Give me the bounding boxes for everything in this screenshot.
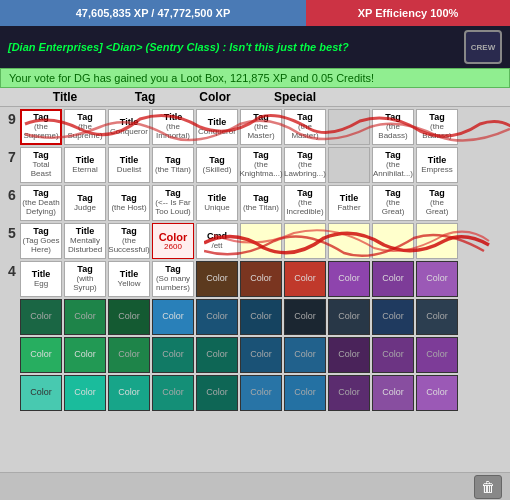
- cell-title-duelist[interactable]: Title Duelist: [108, 147, 150, 183]
- cc-1-9[interactable]: Color: [372, 299, 414, 335]
- cell-title-eternal[interactable]: Title Eternal: [64, 147, 106, 183]
- row-4: 4 Title Egg Tag (with Syrup) Title Yello…: [4, 261, 506, 297]
- cell-tag-supreme2[interactable]: Tag (the Supreme): [64, 109, 106, 145]
- cell-tag-great2[interactable]: Tag (the Great): [416, 185, 458, 221]
- cc-3-6[interactable]: Color: [240, 375, 282, 411]
- cell-color-brown1[interactable]: Color: [196, 261, 238, 297]
- row-number-6: 6: [4, 185, 20, 203]
- cc-3-4[interactable]: Color: [152, 375, 194, 411]
- cell-tag-deathdefying[interactable]: Tag (the Death Defying): [20, 185, 62, 221]
- cc-3-8[interactable]: Color: [328, 375, 370, 411]
- cell-tag-annihilator[interactable]: Tag (the Annihilat...): [372, 147, 414, 183]
- row-number-c3: [4, 375, 20, 377]
- trash-button[interactable]: 🗑: [474, 475, 502, 499]
- cell-color-purple2[interactable]: Color: [372, 261, 414, 297]
- cc-3-3[interactable]: Color: [108, 375, 150, 411]
- row-5: 5 Tag (Tag Goes Here) Title Mentally Dis…: [4, 223, 506, 259]
- cell-color-red[interactable]: Color: [284, 261, 326, 297]
- cell-tag-incredible[interactable]: Tag (the Incredible): [284, 185, 326, 221]
- row-6-cells: Tag (the Death Defying) Tag Judge Tag (t…: [20, 185, 506, 221]
- row-number-5: 5: [4, 223, 20, 241]
- row-number-9: 9: [4, 109, 20, 127]
- cell-title-empress[interactable]: Title Empress: [416, 147, 458, 183]
- cell-title-conqueror2[interactable]: Title Conqueror: [196, 109, 238, 145]
- cc-3-2[interactable]: Color: [64, 375, 106, 411]
- row-number-4: 4: [4, 261, 20, 279]
- cell-tag-manynumbers[interactable]: Tag (So many numbers): [152, 261, 194, 297]
- cc-1-1[interactable]: Color: [20, 299, 62, 335]
- cell-tag-judge[interactable]: Tag Judge: [64, 185, 106, 221]
- vote-text: Your vote for DG has gained you a Loot B…: [9, 72, 374, 84]
- cell-tag-totalbeast[interactable]: Tag Total Beast: [20, 147, 62, 183]
- cc-2-4[interactable]: Color: [152, 337, 194, 373]
- color-row-1: Color Color Color Color Color Color Colo…: [4, 299, 506, 335]
- cell-tag-goeshere[interactable]: Tag (Tag Goes Here): [20, 223, 62, 259]
- cc-2-9[interactable]: Color: [372, 337, 414, 373]
- col-color: Color: [180, 90, 250, 104]
- cell-tag-badass1[interactable]: Tag (the Badass): [372, 109, 414, 145]
- cell-scribble-1[interactable]: [240, 223, 282, 259]
- cell-scribble-3[interactable]: [328, 223, 370, 259]
- cc-1-7[interactable]: Color: [284, 299, 326, 335]
- cc-2-5[interactable]: Color: [196, 337, 238, 373]
- cell-title-yellow[interactable]: Title Yellow: [108, 261, 150, 297]
- cell-cmd-ett[interactable]: Cmd /ett: [196, 223, 238, 259]
- cell-tag-host[interactable]: Tag (the Host): [108, 185, 150, 221]
- cc-2-6[interactable]: Color: [240, 337, 282, 373]
- cc-2-3[interactable]: Color: [108, 337, 150, 373]
- row-9: 9 Tag (the Supreme) Tag (the Supreme) Ti…: [4, 109, 506, 145]
- cell-scribble-4[interactable]: [372, 223, 414, 259]
- cell-title-immortal[interactable]: Title (the Immortal): [152, 109, 194, 145]
- cell-tag-badass2[interactable]: Tag (the Badass): [416, 109, 458, 145]
- cell-color-darkred[interactable]: Color: [240, 261, 282, 297]
- cc-2-2[interactable]: Color: [64, 337, 106, 373]
- cc-1-4[interactable]: Color: [152, 299, 194, 335]
- cc-1-2[interactable]: Color: [64, 299, 106, 335]
- cell-title-father[interactable]: Title Father: [328, 185, 370, 221]
- row-number-7: 7: [4, 147, 20, 165]
- cc-3-1[interactable]: Color: [20, 375, 62, 411]
- cell-title-mentallydisturbed[interactable]: Title Mentally Disturbed: [64, 223, 106, 259]
- cc-2-1[interactable]: Color: [20, 337, 62, 373]
- color-row-2: Color Color Color Color Color Color Colo…: [4, 337, 506, 373]
- cc-1-5[interactable]: Color: [196, 299, 238, 335]
- cc-2-8[interactable]: Color: [328, 337, 370, 373]
- cell-title-egg[interactable]: Title Egg: [20, 261, 62, 297]
- cell-title-conqueror1[interactable]: Title Conqueror: [108, 109, 150, 145]
- cell-scribble-2[interactable]: [284, 223, 326, 259]
- cell-tag-lawbringer[interactable]: Tag (the Lawbring...): [284, 147, 326, 183]
- cc-2-10[interactable]: Color: [416, 337, 458, 373]
- cell-color-2600[interactable]: Color 2600: [152, 223, 194, 259]
- row-number-c1: [4, 299, 20, 301]
- cc-3-9[interactable]: Color: [372, 375, 414, 411]
- cc-3-5[interactable]: Color: [196, 375, 238, 411]
- cell-scribble-5[interactable]: [416, 223, 458, 259]
- row-7: 7 Tag Total Beast Title Eternal Title Du…: [4, 147, 506, 183]
- cell-tag-master1[interactable]: Tag (the Master): [240, 109, 282, 145]
- cell-tag-syrup[interactable]: Tag (with Syrup): [64, 261, 106, 297]
- cell-tag-titan7[interactable]: Tag (the Titan): [152, 147, 194, 183]
- cell-tag-skilled[interactable]: Tag (Skilled): [196, 147, 238, 183]
- row-6: 6 Tag (the Death Defying) Tag Judge Tag …: [4, 185, 506, 221]
- cell-tag-tooloud[interactable]: Tag (<-- Is Far Too Loud): [152, 185, 194, 221]
- vote-bar: Your vote for DG has gained you a Loot B…: [0, 68, 510, 88]
- cc-1-8[interactable]: Color: [328, 299, 370, 335]
- row-4-cells: Title Egg Tag (with Syrup) Title Yellow …: [20, 261, 506, 297]
- cell-tag-knightmare[interactable]: Tag (the Knightma...): [240, 147, 282, 183]
- cc-1-10[interactable]: Color: [416, 299, 458, 335]
- cell-color-purple3[interactable]: Color: [416, 261, 458, 297]
- cell-empty-7a: [328, 147, 370, 183]
- cell-tag-titan6[interactable]: Tag (the Titan): [240, 185, 282, 221]
- cell-title-unique[interactable]: Title Unique: [196, 185, 238, 221]
- cell-tag-successful[interactable]: Tag (the Successful): [108, 223, 150, 259]
- cell-tag-great1[interactable]: Tag (the Great): [372, 185, 414, 221]
- cell-tag-master2[interactable]: Tag (the Master): [284, 109, 326, 145]
- cell-color-purple1[interactable]: Color: [328, 261, 370, 297]
- cc-3-7[interactable]: Color: [284, 375, 326, 411]
- cc-1-6[interactable]: Color: [240, 299, 282, 335]
- cc-2-7[interactable]: Color: [284, 337, 326, 373]
- xp-current: 47,605,835 XP / 47,772,500 XP: [0, 0, 306, 26]
- cc-1-3[interactable]: Color: [108, 299, 150, 335]
- cell-tag-supreme1[interactable]: Tag (the Supreme): [20, 109, 62, 145]
- cc-3-10[interactable]: Color: [416, 375, 458, 411]
